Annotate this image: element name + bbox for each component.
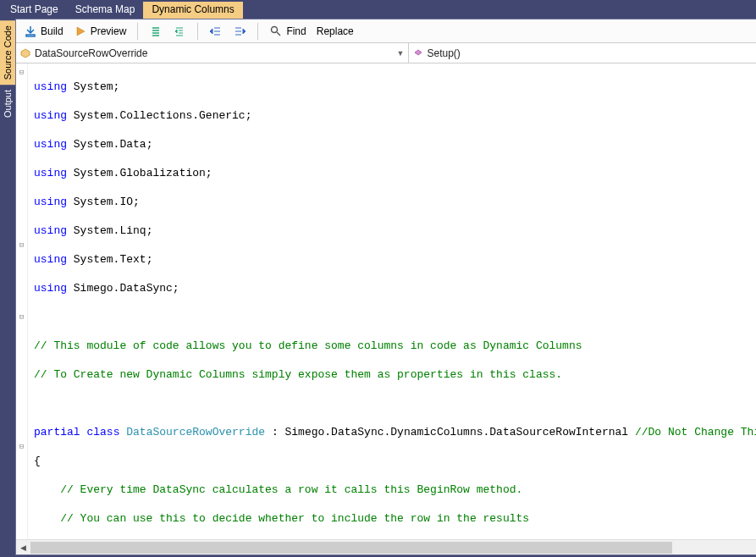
fold-toggle[interactable]: ⊟ [16,310,27,324]
navigation-bar: DataSourceRowOverride ▼ Setup() ▼ [16,43,756,63]
tab-start-page[interactable]: Start Page [2,2,67,19]
method-icon [412,47,424,59]
indent-icon [149,25,163,38]
svg-point-0 [272,26,278,32]
find-label: Find [286,25,306,37]
fold-toggle[interactable]: ⊟ [16,439,27,454]
class-selector-text: DataSourceRowOverride [35,47,397,59]
decrease-indent-icon [209,25,223,38]
scroll-thumb[interactable] [30,542,672,554]
editor-panel: Build Preview Find Replace [15,19,756,555]
build-button[interactable]: Build [19,22,68,41]
find-icon [269,25,283,38]
fold-toggle[interactable]: ⊟ [16,65,27,80]
preview-icon [74,25,87,38]
find-button[interactable]: Find [265,22,310,41]
toolbar-separator [257,23,258,40]
toolbar-separator [197,23,198,40]
build-label: Build [41,25,63,37]
tab-dynamic-columns[interactable]: Dynamic Columns [143,2,242,19]
outline-gutter: ⊟⊟⊟⊟ [16,63,28,539]
decrease-indent-button[interactable] [205,22,227,41]
code-editor[interactable]: ⊟⊟⊟⊟ using System; using System.Collecti… [16,63,756,539]
preview-button[interactable]: Preview [69,22,131,41]
scroll-track[interactable] [30,541,756,554]
toolbar-separator [137,23,138,40]
editor-toolbar: Build Preview Find Replace [16,19,756,43]
preview-label: Preview [91,25,127,37]
chevron-down-icon: ▼ [397,49,405,58]
indent-button[interactable] [145,22,167,41]
side-tab-output[interactable]: Output [0,85,15,123]
member-selector[interactable]: Setup() ▼ [409,43,757,63]
increase-indent-icon [233,25,246,38]
outdent-icon [173,25,186,38]
fold-toggle[interactable]: ⊟ [16,238,27,252]
side-tabs: Source Code Output [0,19,15,555]
code-text[interactable]: using System; using System.Collections.G… [28,63,756,539]
scroll-left-icon[interactable]: ◀ [16,541,30,554]
class-icon [19,47,31,59]
side-tab-source-code[interactable]: Source Code [0,20,15,85]
replace-button[interactable]: Replace [312,23,358,40]
outdent-button[interactable] [168,22,190,41]
increase-indent-button[interactable] [229,22,251,41]
member-selector-text: Setup() [428,47,757,59]
document-tabs: Start Page Schema Map Dynamic Columns [0,0,756,19]
horizontal-scrollbar[interactable]: ◀ ▶ [16,539,756,554]
tab-schema-map[interactable]: Schema Map [67,2,144,19]
build-icon [24,25,37,38]
replace-label: Replace [317,25,354,37]
class-selector[interactable]: DataSourceRowOverride ▼ [16,43,409,63]
